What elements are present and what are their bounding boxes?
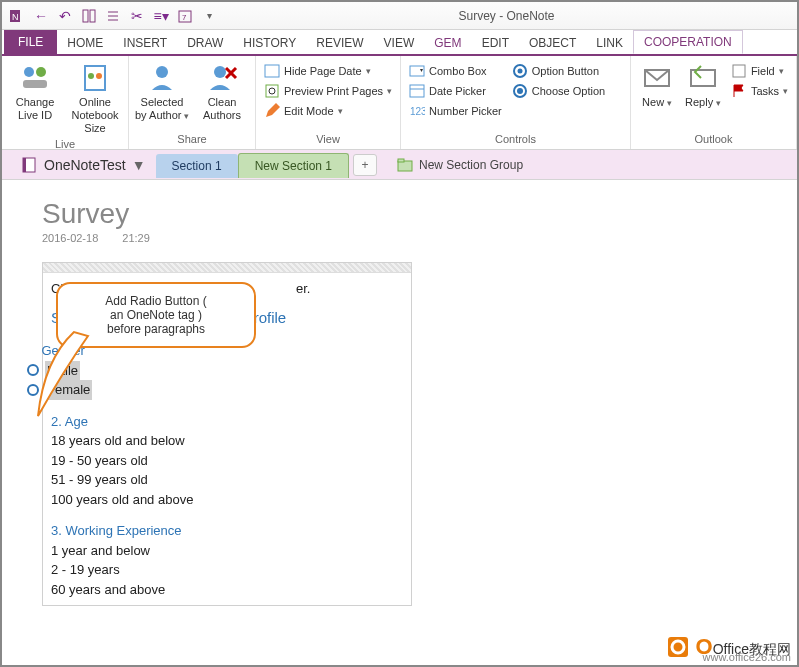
office-logo-icon	[664, 633, 692, 661]
page-time: 21:29	[122, 232, 150, 244]
date-picker-icon	[409, 83, 425, 99]
group-outlook-label: Outlook	[637, 131, 790, 147]
svg-rect-11	[23, 80, 47, 88]
calendar-icon	[264, 63, 280, 79]
date-picker-button[interactable]: Date Picker	[407, 82, 504, 100]
svg-rect-2	[83, 10, 88, 22]
tab-object[interactable]: OBJECT	[519, 32, 586, 54]
screen-clip-icon[interactable]: ✂	[126, 5, 148, 27]
tab-link[interactable]: LINK	[586, 32, 633, 54]
svg-text:7: 7	[182, 13, 187, 22]
tab-gem[interactable]: GEM	[424, 32, 471, 54]
svg-point-27	[517, 69, 522, 74]
notebook-selector[interactable]: OneNoteTest▼	[10, 152, 156, 178]
envelope-icon	[641, 62, 673, 94]
back-icon[interactable]: ←	[30, 5, 52, 27]
combo-icon	[409, 63, 425, 79]
group-share: Selected by Author Clean Authors Share	[129, 56, 256, 149]
title-bar: N ← ↶ ✂ ≡▾ 7 ▾ Survey - OneNote	[2, 2, 797, 30]
q2-head: 2. Age	[51, 412, 403, 432]
note-drag-handle[interactable]	[43, 263, 411, 273]
list2-icon[interactable]: ≡▾	[150, 5, 172, 27]
radio-icon	[512, 63, 528, 79]
q3-l3: 60 years and above	[51, 580, 403, 600]
people-icon	[19, 62, 51, 94]
tab-home[interactable]: HOME	[57, 32, 113, 54]
section-group[interactable]: New Section Group	[397, 158, 523, 172]
new-mail-button[interactable]: New	[637, 62, 677, 131]
svg-rect-19	[265, 65, 279, 77]
window-title: Survey - OneNote	[220, 9, 793, 23]
svg-rect-20	[266, 85, 278, 97]
q3-l2: 2 - 19 years	[51, 560, 403, 580]
preview-icon	[264, 83, 280, 99]
number-picker-button[interactable]: 123Number Picker	[407, 102, 504, 120]
page-meta: 2016-02-18 21:29	[42, 232, 757, 244]
combo-box-button[interactable]: Combo Box	[407, 62, 504, 80]
reply-button[interactable]: Reply	[683, 62, 723, 131]
tab-edit[interactable]: EDIT	[472, 32, 519, 54]
flag-icon	[731, 83, 747, 99]
section-tab-1[interactable]: Section 1	[156, 154, 238, 178]
notebook-size-button[interactable]: Online Notebook Size	[68, 62, 122, 136]
page-canvas[interactable]: Survey 2016-02-18 21:29 ClickXXXXXXXXXXX…	[2, 180, 797, 624]
svg-point-16	[214, 66, 226, 78]
radio-check-icon	[512, 83, 528, 99]
svg-point-13	[88, 73, 94, 79]
hide-page-date-button[interactable]: Hide Page Date	[262, 62, 394, 80]
choose-option-button[interactable]: Choose Option	[510, 82, 607, 100]
tab-review[interactable]: REVIEW	[306, 32, 373, 54]
tab-insert[interactable]: INSERT	[113, 32, 177, 54]
group-controls: Combo Box Date Picker 123Number Picker O…	[401, 56, 631, 149]
clean-authors-label: Clean Authors	[195, 96, 249, 122]
tab-history[interactable]: HISTORY	[233, 32, 306, 54]
clean-authors-button[interactable]: Clean Authors	[195, 62, 249, 131]
qat-more-icon[interactable]: ▾	[198, 5, 220, 27]
change-live-id-label: Change Live ID	[8, 96, 62, 122]
svg-point-9	[24, 67, 34, 77]
group-controls-label: Controls	[407, 131, 624, 147]
selected-by-author-label: Selected by Author	[135, 96, 189, 122]
notebook-size-icon	[79, 62, 111, 94]
svg-point-10	[36, 67, 46, 77]
tasks-button[interactable]: Tasks	[729, 82, 790, 100]
tab-draw[interactable]: DRAW	[177, 32, 233, 54]
annotation-callout: Add Radio Button ( an OneNote tag ) befo…	[56, 282, 256, 348]
tab-view[interactable]: VIEW	[374, 32, 425, 54]
group-share-label: Share	[135, 131, 249, 147]
folder-icon	[397, 158, 413, 172]
ribbon: Change Live ID Online Notebook Size Live…	[2, 54, 797, 150]
callout-tail-icon	[34, 330, 94, 420]
watermark: OOffice教程网 www.office26.com	[664, 633, 791, 661]
q2-l4: 100 years old and above	[51, 490, 403, 510]
section-tab-2[interactable]: New Section 1	[238, 153, 349, 178]
selected-by-author-button[interactable]: Selected by Author	[135, 62, 189, 131]
group-view-label: View	[262, 131, 394, 147]
svg-rect-34	[23, 158, 26, 172]
tab-cooperation[interactable]: COOPERATION	[633, 30, 743, 54]
change-live-id-button[interactable]: Change Live ID	[8, 62, 62, 136]
field-button[interactable]: Field	[729, 62, 790, 80]
ribbon-tabs: FILE HOME INSERT DRAW HISTORY REVIEW VIE…	[2, 30, 797, 54]
preview-print-button[interactable]: Preview Print Pages	[262, 82, 394, 100]
date-icon[interactable]: 7	[174, 5, 196, 27]
q2-l2: 19 - 50 years old	[51, 451, 403, 471]
list-icon[interactable]	[102, 5, 124, 27]
author-icon	[146, 62, 178, 94]
reply-icon	[687, 62, 719, 94]
tab-file[interactable]: FILE	[4, 30, 57, 54]
svg-point-29	[517, 88, 523, 94]
option-button-button[interactable]: Option Button	[510, 62, 607, 80]
page-title[interactable]: Survey	[42, 198, 757, 230]
number-icon: 123	[409, 103, 425, 119]
q2-l3: 51 - 99 years old	[51, 470, 403, 490]
edit-mode-button[interactable]: Edit Mode	[262, 102, 394, 120]
notebook-size-label: Online Notebook Size	[68, 96, 122, 136]
onenote-logo-icon[interactable]: N	[6, 5, 28, 27]
clean-authors-icon	[206, 62, 238, 94]
add-section-button[interactable]: +	[353, 154, 377, 176]
undo-icon[interactable]: ↶	[54, 5, 76, 27]
dock-icon[interactable]	[78, 5, 100, 27]
svg-point-21	[269, 88, 275, 94]
q3-head: 3. Working Experience	[51, 521, 403, 541]
